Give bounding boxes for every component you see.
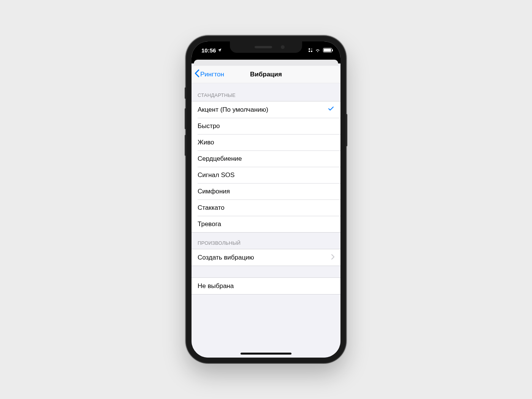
sheet-backdrop — [192, 59, 340, 63]
none-group: Не выбрана — [192, 277, 340, 294]
vibration-option-lively[interactable]: Живо — [192, 134, 340, 150]
separator-gap — [192, 266, 340, 277]
create-vibration-label: Создать вибрацию — [198, 254, 254, 261]
vibration-option-sos[interactable]: Сигнал SOS — [192, 167, 340, 183]
option-label: Сигнал SOS — [198, 171, 234, 179]
checkmark-icon — [328, 105, 334, 114]
custom-vibration-group: Создать вибрацию — [192, 249, 340, 266]
wifi-icon — [315, 47, 321, 54]
location-icon — [217, 47, 222, 54]
chevron-right-icon — [331, 254, 334, 261]
power-button — [346, 114, 347, 146]
iphone-frame: 10:56 — [186, 36, 346, 363]
back-label: Рингтон — [200, 71, 224, 78]
silence-switch — [185, 87, 186, 99]
option-label: Симфония — [198, 188, 230, 195]
settings-content: СТАНДАРТНЫЕ Акцент (По умолчанию) Быстро… — [192, 83, 340, 358]
option-label: Быстро — [198, 122, 220, 130]
speaker-grille — [255, 46, 272, 48]
vibration-option-heartbeat[interactable]: Сердцебиение — [192, 150, 340, 167]
screen: 10:56 — [192, 41, 340, 358]
create-vibration-row[interactable]: Создать вибрацию — [192, 249, 340, 266]
option-label: Живо — [198, 139, 214, 146]
home-indicator[interactable] — [241, 353, 291, 355]
vibration-option-symphony[interactable]: Симфония — [192, 183, 340, 200]
volume-down-button — [185, 135, 186, 156]
option-label: Акцент (По умолчанию) — [198, 106, 268, 114]
option-label: Стаккато — [198, 204, 225, 212]
volume-up-button — [185, 108, 186, 129]
vibration-option-accent[interactable]: Акцент (По умолчанию) — [192, 101, 340, 118]
vibration-option-none[interactable]: Не выбрана — [192, 278, 340, 294]
back-button[interactable]: Рингтон — [195, 69, 224, 79]
option-label: Сердцебиение — [198, 155, 242, 163]
status-time: 10:56 — [201, 47, 216, 54]
option-label: Не выбрана — [198, 282, 234, 290]
nav-bar: Рингтон Вибрация — [192, 66, 340, 83]
page-title: Вибрация — [250, 71, 282, 78]
battery-icon — [323, 48, 332, 52]
vibration-option-alert[interactable]: Тревога — [192, 216, 340, 232]
notch — [230, 41, 302, 53]
section-header-custom: ПРОИЗВОЛЬНЫЙ — [192, 233, 340, 249]
vibration-option-staccato[interactable]: Стаккато — [192, 200, 340, 216]
vibration-option-fast[interactable]: Быстро — [192, 118, 340, 134]
section-header-standard: СТАНДАРТНЫЕ — [192, 83, 340, 101]
front-camera — [281, 45, 285, 49]
standard-vibrations-group: Акцент (По умолчанию) Быстро Живо Сердце… — [192, 101, 340, 233]
option-label: Тревога — [198, 220, 221, 228]
chevron-left-icon — [195, 69, 200, 79]
signal-icon — [309, 48, 312, 52]
